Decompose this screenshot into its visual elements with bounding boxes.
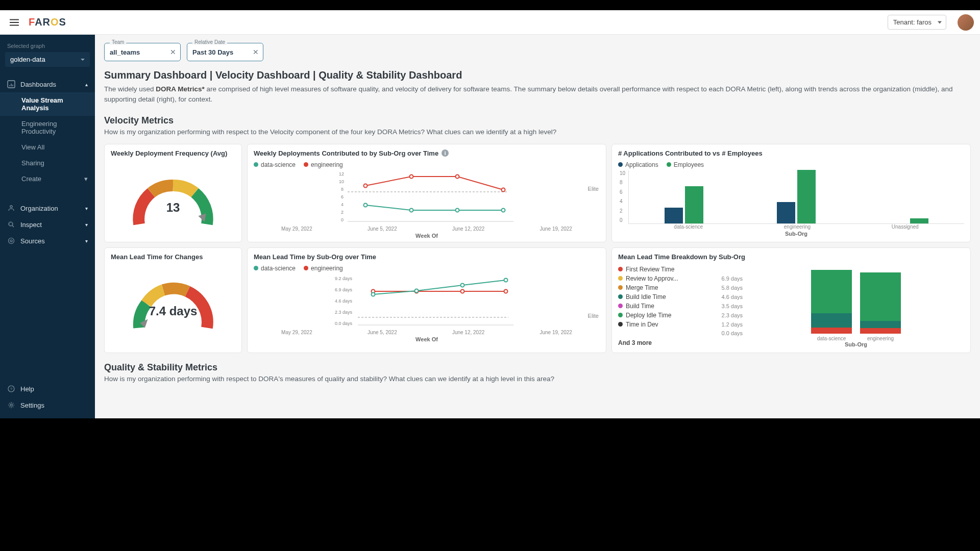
hamburger-icon bbox=[9, 17, 20, 28]
card-deploy-frequency-gauge: Weekly Deployment Frequency (Avg) 13 bbox=[104, 144, 242, 242]
svg-point-21 bbox=[502, 188, 505, 191]
svg-point-38 bbox=[372, 292, 375, 296]
chevron-up-icon: ▴ bbox=[85, 82, 88, 87]
sidebar-section-sources[interactable]: Sources ▾ bbox=[0, 233, 95, 249]
card-title: Mean Lead Time by Sub-Org over Time bbox=[254, 253, 600, 261]
chip-close-icon[interactable]: ✕ bbox=[170, 48, 176, 56]
svg-text:?: ? bbox=[10, 387, 13, 391]
sidebar-item-view-all[interactable]: View All bbox=[0, 139, 95, 155]
hamburger-menu-button[interactable] bbox=[6, 14, 22, 31]
legend: Applications Employees bbox=[618, 161, 964, 168]
svg-point-23 bbox=[410, 208, 413, 212]
sidebar-item-engineering-productivity[interactable]: Engineering Productivity bbox=[0, 116, 95, 139]
sidebar-inspect-label: Inspect bbox=[20, 221, 42, 229]
gauge-value: 7.4 days bbox=[149, 304, 198, 318]
gauge-value: 13 bbox=[166, 201, 180, 215]
velocity-desc: How is my organization performing with r… bbox=[104, 128, 971, 136]
tenant-label: Tenant: faros bbox=[893, 18, 932, 26]
chip-label: Relative Date bbox=[192, 39, 227, 45]
sidebar-section-organization[interactable]: Organization ▾ bbox=[0, 200, 95, 216]
svg-point-24 bbox=[456, 208, 459, 212]
chip-label: Team bbox=[110, 39, 126, 45]
card-title: Mean Lead Time Breakdown by Sub-Org bbox=[618, 253, 964, 261]
sidebar-settings[interactable]: Settings bbox=[0, 397, 95, 413]
x-axis-label: Week Of bbox=[254, 233, 600, 239]
svg-point-18 bbox=[364, 184, 368, 187]
filter-chip-team[interactable]: Team all_teams ✕ bbox=[104, 43, 181, 61]
sidebar-item-value-stream-analysis[interactable]: Value Stream Analysis bbox=[0, 92, 95, 116]
svg-text:2: 2 bbox=[341, 210, 344, 215]
chevron-down-icon: ▾ bbox=[85, 222, 88, 228]
page-description: The widely used DORA Metrics* are compri… bbox=[104, 84, 971, 105]
sidebar-item-sharing[interactable]: Sharing bbox=[0, 155, 95, 171]
filter-chip-date[interactable]: Relative Date Past 30 Days ✕ bbox=[187, 43, 263, 61]
svg-point-7 bbox=[10, 404, 12, 406]
svg-point-1 bbox=[10, 206, 12, 208]
svg-point-4 bbox=[10, 240, 12, 242]
sidebar-section-inspect[interactable]: Inspect ▾ bbox=[0, 216, 95, 233]
legend: data-science engineering bbox=[254, 161, 600, 168]
x-axis-label: Sub-Org bbox=[748, 341, 964, 347]
card-title: Weekly Deployments Contributed to by Sub… bbox=[254, 149, 600, 157]
svg-point-41 bbox=[504, 278, 508, 282]
dashboard-icon bbox=[7, 80, 15, 88]
sidebar-organization-label: Organization bbox=[20, 205, 58, 212]
svg-text:8: 8 bbox=[341, 187, 344, 192]
elite-label: Elite bbox=[588, 313, 599, 319]
inspect-icon bbox=[7, 220, 15, 229]
svg-text:0: 0 bbox=[341, 217, 344, 222]
x-axis: data-scienceengineeringUnassigned bbox=[628, 224, 964, 230]
x-axis: data-scienceengineering bbox=[748, 336, 964, 341]
sidebar-help[interactable]: ? Help bbox=[0, 381, 95, 397]
line-chart-deployments: Elite 121086420 May 29, 2022June 5, 2022… bbox=[254, 170, 600, 237]
svg-point-19 bbox=[410, 174, 413, 178]
chip-close-icon[interactable]: ✕ bbox=[253, 48, 259, 56]
graph-select[interactable]: golden-data bbox=[5, 52, 90, 67]
info-icon[interactable]: i bbox=[442, 149, 449, 157]
svg-text:4.6 days: 4.6 days bbox=[335, 298, 353, 304]
graph-select-value: golden-data bbox=[10, 56, 45, 63]
elite-label: Elite bbox=[588, 186, 599, 192]
sidebar-section-dashboards[interactable]: Dashboards ▴ bbox=[0, 76, 95, 92]
svg-point-3 bbox=[9, 238, 14, 244]
main-content: Team all_teams ✕ Relative Date Past 30 D… bbox=[95, 35, 980, 418]
x-axis: May 29, 2022June 5, 2022June 12, 2022Jun… bbox=[254, 226, 600, 232]
svg-text:10: 10 bbox=[339, 179, 344, 184]
svg-text:6.9 days: 6.9 days bbox=[335, 287, 353, 292]
chip-value: Past 30 Days bbox=[192, 48, 233, 56]
sources-icon bbox=[7, 237, 15, 245]
line-chart-lead-time: Elite 9.2 days6.9 days4.6 days2.3 days0.… bbox=[254, 274, 600, 340]
chevron-down-icon: ▾ bbox=[84, 175, 88, 183]
breakdown-more-link[interactable]: And 3 more bbox=[618, 339, 743, 346]
chevron-down-icon: ▾ bbox=[85, 206, 88, 211]
velocity-heading: Velocity Metrics bbox=[104, 115, 971, 126]
faros-logo: FAROS bbox=[29, 16, 66, 28]
page-title: Summary Dashboard | Velocity Dashboard |… bbox=[104, 69, 971, 81]
svg-text:9.2 days: 9.2 days bbox=[335, 276, 353, 281]
sidebar-item-create[interactable]: Create ▾ bbox=[0, 171, 95, 187]
svg-point-20 bbox=[456, 174, 459, 178]
user-avatar[interactable] bbox=[958, 14, 974, 31]
svg-point-37 bbox=[504, 289, 508, 293]
svg-text:6: 6 bbox=[341, 194, 344, 199]
sidebar-sources-label: Sources bbox=[20, 237, 45, 245]
quality-desc: How is my organization performing with r… bbox=[104, 375, 971, 383]
card-weekly-deployments-line: Weekly Deployments Contributed to by Sub… bbox=[247, 144, 606, 242]
card-title: Weekly Deployment Frequency (Avg) bbox=[111, 149, 235, 157]
breakdown-legend: First Review Time Review to Approv...6.9… bbox=[618, 265, 743, 347]
organization-icon bbox=[7, 204, 15, 212]
svg-point-36 bbox=[461, 289, 464, 293]
chevron-down-icon: ▾ bbox=[85, 238, 88, 244]
svg-point-40 bbox=[461, 283, 464, 287]
svg-point-39 bbox=[415, 289, 419, 292]
stacked-bar-chart bbox=[748, 265, 964, 334]
selected-graph-label: Selected graph bbox=[0, 43, 95, 52]
tenant-select[interactable]: Tenant: faros bbox=[888, 15, 946, 30]
velocity-row-1: Weekly Deployment Frequency (Avg) 13 Wee… bbox=[104, 144, 971, 242]
x-axis-label: Sub-Org bbox=[628, 231, 964, 237]
card-lead-time-line: Mean Lead Time by Sub-Org over Time data… bbox=[247, 247, 606, 353]
card-apps-vs-employees-bar: # Applications Contributed to vs # Emplo… bbox=[611, 144, 971, 242]
gauge-deploy-frequency: 13 bbox=[125, 164, 222, 236]
card-title: # Applications Contributed to vs # Emplo… bbox=[618, 149, 964, 157]
svg-text:0.0 days: 0.0 days bbox=[335, 321, 353, 326]
